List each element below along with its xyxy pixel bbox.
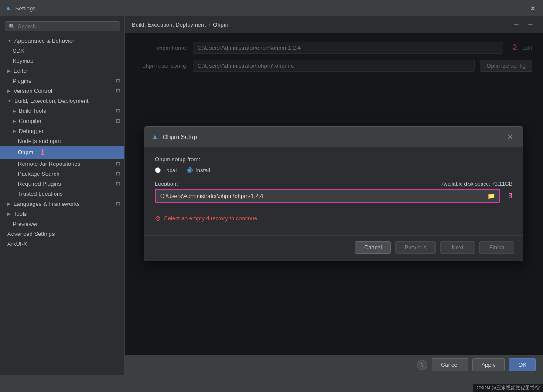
main-panel: Build, Execution, Deployment › Ohpm ← → … <box>125 16 543 375</box>
expand-icon: ▶ <box>13 129 16 133</box>
sidebar-item-advanced[interactable]: Advanced Settings <box>0 229 124 239</box>
modal-title-icon: ▲ <box>151 133 158 141</box>
sidebar-item-plugins[interactable]: Plugins ⊞ <box>0 76 124 86</box>
modal-close-button[interactable]: ✕ <box>504 131 516 143</box>
search-input[interactable] <box>18 23 116 30</box>
modal-title: Ohpm Setup <box>163 133 197 140</box>
sidebar-item-label: ArkUI-X <box>7 241 27 247</box>
settings-content: ohpm home: 2 Edit ohpm user config: Opti… <box>125 33 543 355</box>
sidebar-item-debugger[interactable]: ▶ Debugger <box>0 126 124 136</box>
modal-footer: Cancel Previous Next Finish <box>144 235 523 261</box>
modal-body: Ohpm setup from: Local Install <box>144 147 523 235</box>
sidebar-item-editor[interactable]: ▶ Editor <box>0 66 124 76</box>
title-bar-left: ▲ Settings <box>5 4 36 12</box>
sidebar-item-label: Previewer <box>13 221 38 227</box>
sidebar-item-label: Keymap <box>13 58 34 64</box>
sidebar-item-label: Node.js and npm <box>18 138 61 144</box>
sidebar-item-build-execution[interactable]: ▼ Build, Execution, Deployment <box>0 96 124 106</box>
breadcrumb: Build, Execution, Deployment › Ohpm <box>132 21 229 28</box>
disk-space-info: Available disk space: 73.11GB <box>349 181 512 187</box>
sidebar-item-tools[interactable]: ▶ Tools <box>0 209 124 219</box>
sidebar-item-label: Build, Execution, Deployment <box>14 98 89 104</box>
radio-install[interactable] <box>187 167 193 173</box>
sidebar-item-label: Version Control <box>14 88 52 94</box>
action-ok-button[interactable]: OK <box>509 358 536 371</box>
option-local[interactable]: Local <box>155 167 177 174</box>
sidebar-item-required-plugins[interactable]: Required Plugins ⊞ <box>0 179 124 189</box>
sidebar-item-label: Compiler <box>19 118 41 124</box>
sidebar-item-languages[interactable]: ▶ Languages & Frameworks ⊞ <box>0 199 124 209</box>
error-message: Select an empty directory to continue. <box>164 215 259 222</box>
sidebar-item-label: Build Tools <box>19 108 46 114</box>
badge-icon: ⊞ <box>116 88 120 94</box>
sidebar-item-nodejs[interactable]: Node.js and npm <box>0 136 124 146</box>
sidebar-item-previewer[interactable]: Previewer <box>0 219 124 229</box>
sidebar-item-label: Debugger <box>19 128 44 134</box>
sidebar-item-label: Trusted Locations <box>18 191 63 197</box>
badge-icon: ⊞ <box>116 161 120 167</box>
nav-forward-button[interactable]: → <box>525 20 536 29</box>
sidebar-item-label: Ohpm <box>18 149 33 156</box>
radio-options: Local Install <box>155 167 512 174</box>
next-button[interactable]: Next <box>440 241 475 254</box>
finish-button[interactable]: Finish <box>479 241 514 254</box>
app-icon: ▲ <box>5 4 12 12</box>
sidebar-item-package-search[interactable]: Package Search ⊞ <box>0 169 124 179</box>
sidebar-item-remote-jar[interactable]: Remote Jar Repositories ⊞ <box>0 159 124 169</box>
badge-icon: ⊞ <box>116 118 120 124</box>
close-button[interactable]: ✕ <box>527 3 538 14</box>
watermark: CSDN @王家视频教程图书馆 <box>473 384 543 392</box>
badge-icon: ⊞ <box>116 201 120 207</box>
setup-from-group: Ohpm setup from: Local Install <box>155 156 512 174</box>
radio-local[interactable] <box>155 167 161 173</box>
sidebar-item-keymap[interactable]: Keymap <box>0 56 124 66</box>
location-input[interactable] <box>156 190 483 202</box>
action-bar: ? Cancel Apply OK <box>125 355 543 375</box>
option-install-label: Install <box>195 167 210 174</box>
nav-back-button[interactable]: ← <box>511 20 522 29</box>
sidebar-item-sdk[interactable]: SDK <box>0 46 124 56</box>
action-cancel-button[interactable]: Cancel <box>432 358 468 371</box>
expand-icon: ▼ <box>7 38 12 43</box>
sidebar-item-label: Languages & Frameworks <box>14 201 80 207</box>
expand-icon: ▶ <box>7 68 11 73</box>
action-apply-button[interactable]: Apply <box>472 358 505 371</box>
sidebar-item-build-tools[interactable]: ▶ Build Tools ⊞ <box>0 106 124 116</box>
sidebar-item-label: Plugins <box>13 78 31 84</box>
search-box[interactable]: 🔍 <box>5 21 120 31</box>
location-browse-button[interactable]: 📁 <box>483 190 499 202</box>
cancel-button[interactable]: Cancel <box>355 241 391 254</box>
sidebar-item-label: Package Search <box>18 170 59 177</box>
nav-arrows: ← → <box>511 20 536 29</box>
setup-from-label: Ohpm setup from: <box>155 156 512 163</box>
expand-icon: ▶ <box>7 89 11 93</box>
sidebar-item-compiler[interactable]: ▶ Compiler ⊞ <box>0 116 124 126</box>
title-bar-controls: ✕ <box>527 3 538 14</box>
annotation-3-badge: 3 <box>508 191 512 201</box>
sidebar-item-ohpm[interactable]: Ohpm 1 <box>0 146 124 159</box>
expand-icon: ▶ <box>13 119 16 123</box>
sidebar-item-label: Required Plugins <box>18 181 61 187</box>
expand-icon: ▶ <box>7 211 11 216</box>
error-icon: ⊘ <box>155 214 161 222</box>
sidebar-item-label: SDK <box>13 48 24 54</box>
sidebar-item-trusted-locations[interactable]: Trusted Locations <box>0 189 124 199</box>
error-row: ⊘ Select an empty directory to continue. <box>155 210 512 227</box>
badge-icon: ⊞ <box>116 78 120 84</box>
sidebar-item-arkui-x[interactable]: ArkUI-X <box>0 239 124 249</box>
option-install[interactable]: Install <box>187 167 210 174</box>
main-window: ▲ Settings ✕ 🔍 ▼ Appearance & Behavior S… <box>0 0 543 375</box>
badge-icon: ⊞ <box>116 171 120 177</box>
sidebar-item-label: Remote Jar Repositories <box>18 160 80 167</box>
sidebar-item-version-control[interactable]: ▶ Version Control ⊞ <box>0 86 124 96</box>
annotation-1-badge: 1 <box>40 148 44 157</box>
sidebar: 🔍 ▼ Appearance & Behavior SDK Keymap ▶ E… <box>0 16 125 375</box>
breadcrumb-parent: Build, Execution, Deployment <box>132 21 206 28</box>
location-label: Location: <box>155 181 185 187</box>
option-local-label: Local <box>163 167 177 174</box>
breadcrumb-current: Ohpm <box>213 21 228 28</box>
help-button[interactable]: ? <box>417 360 427 370</box>
previous-button[interactable]: Previous <box>395 241 436 254</box>
sidebar-item-label: Editor <box>14 68 28 74</box>
sidebar-item-appearance[interactable]: ▼ Appearance & Behavior <box>0 36 124 46</box>
